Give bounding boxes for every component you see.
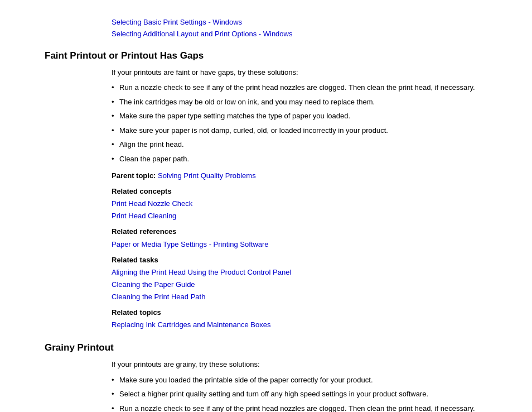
top-link-1[interactable]: Selecting Basic Print Settings - Windows bbox=[112, 17, 487, 28]
bullet-item: Select a higher print quality setting an… bbox=[112, 389, 487, 400]
top-link-2[interactable]: Selecting Additional Layout and Print Op… bbox=[112, 28, 487, 40]
parent-topic-link[interactable]: Solving Print Quality Problems bbox=[158, 171, 256, 180]
page-container: Selecting Basic Print Settings - Windows… bbox=[0, 0, 532, 412]
replacing-ink-cartridges-link[interactable]: Replacing Ink Cartridges and Maintenance… bbox=[112, 320, 270, 329]
bullet-item: Clean the paper path. bbox=[112, 154, 487, 165]
bullet-item: Run a nozzle check to see if any of the … bbox=[112, 403, 487, 412]
faint-printout-heading: Faint Printout or Printout Has Gaps bbox=[45, 50, 487, 61]
grainy-printout-heading: Grainy Printout bbox=[45, 342, 487, 353]
parent-topic-label: Parent topic: bbox=[112, 171, 156, 180]
grainy-printout-body: If your printouts are grainy, try these … bbox=[112, 359, 487, 412]
faint-printout-body: If your printouts are faint or have gaps… bbox=[112, 67, 487, 332]
link-basic-print[interactable]: Selecting Basic Print Settings - Windows bbox=[112, 18, 242, 26]
related-concepts-section: Related concepts Print Head Nozzle Check… bbox=[112, 185, 487, 222]
grainy-printout-section: Grainy Printout If your printouts are gr… bbox=[45, 342, 487, 412]
bullet-item: Make sure you loaded the printable side … bbox=[112, 375, 487, 386]
print-head-nozzle-link[interactable]: Print Head Nozzle Check bbox=[112, 199, 192, 208]
faint-bullet-list: Run a nozzle check to see if any of the … bbox=[112, 82, 487, 164]
grainy-bullet-list: Make sure you loaded the printable side … bbox=[112, 375, 487, 412]
parent-topic-section: Parent topic: Solving Print Quality Prob… bbox=[112, 170, 487, 182]
cleaning-print-head-path-link[interactable]: Cleaning the Print Head Path bbox=[112, 293, 205, 301]
related-topics-section: Related topics Replacing Ink Cartridges … bbox=[112, 306, 487, 331]
print-head-cleaning-link[interactable]: Print Head Cleaning bbox=[112, 212, 176, 220]
paper-media-type-link[interactable]: Paper or Media Type Settings - Printing … bbox=[112, 240, 269, 248]
bullet-item: The ink cartridges may be old or low on … bbox=[112, 97, 487, 108]
bullet-item: Make sure the paper type setting matches… bbox=[112, 111, 487, 122]
faint-intro-text: If your printouts are faint or have gaps… bbox=[112, 67, 487, 78]
faint-printout-section: Faint Printout or Printout Has Gaps If y… bbox=[45, 50, 487, 332]
bullet-item: Make sure your paper is not damp, curled… bbox=[112, 125, 487, 136]
link-additional-layout[interactable]: Selecting Additional Layout and Print Op… bbox=[112, 30, 292, 38]
related-tasks-label: Related tasks bbox=[112, 256, 158, 264]
related-concepts-label: Related concepts bbox=[112, 187, 172, 195]
bullet-item: Align the print head. bbox=[112, 139, 487, 150]
grainy-intro-text: If your printouts are grainy, try these … bbox=[112, 359, 487, 370]
related-tasks-section: Related tasks Aligning the Print Head Us… bbox=[112, 254, 487, 303]
aligning-head-link[interactable]: Aligning the Print Head Using the Produc… bbox=[112, 268, 291, 276]
related-references-section: Related references Paper or Media Type S… bbox=[112, 226, 487, 250]
top-links-section: Selecting Basic Print Settings - Windows… bbox=[112, 17, 487, 40]
bullet-item: Run a nozzle check to see if any of the … bbox=[112, 82, 487, 93]
cleaning-paper-guide-link[interactable]: Cleaning the Paper Guide bbox=[112, 280, 195, 289]
related-topics-label: Related topics bbox=[112, 308, 161, 317]
related-references-label: Related references bbox=[112, 227, 176, 236]
